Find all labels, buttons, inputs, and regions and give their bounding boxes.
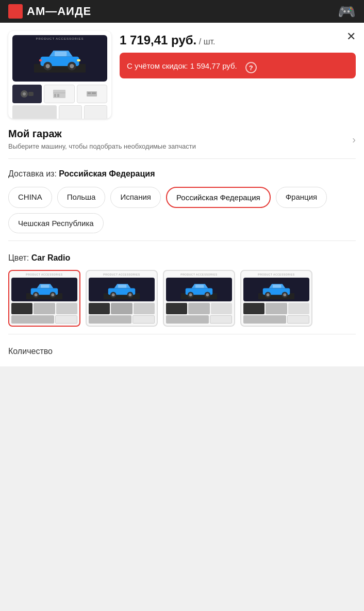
product-image-container: PRODUCT ACCESSORIES <box>8 31 111 119</box>
garage-subtitle: Выберите машину, чтобы подобрать необход… <box>8 142 196 151</box>
svg-rect-8 <box>39 59 42 61</box>
garage-title: Мой гараж <box>8 128 196 140</box>
thumb-sm-1 <box>59 105 82 119</box>
garage-section[interactable]: Мой гараж Выберите машину, чтобы подобра… <box>0 119 364 158</box>
svg-point-37 <box>189 293 192 296</box>
swatch-1[interactable]: PRODUCT ACCESSORIES <box>8 270 80 327</box>
swatch-1-inner: PRODUCT ACCESSORIES <box>9 271 79 326</box>
price-row: 1 719,41 руб. / шт. <box>120 33 356 47</box>
product-top: PRODUCT ACCESSORIES <box>0 23 364 119</box>
price-main: 1 719,41 руб. <box>120 33 196 47</box>
price-unit: / шт. <box>199 37 216 46</box>
product-image-label: PRODUCT ACCESSORIES <box>12 37 107 40</box>
chips-container: CHINA Польша Испания Российская Федераци… <box>8 187 356 233</box>
svg-point-32 <box>128 293 131 296</box>
quantity-label: Количество <box>8 347 356 356</box>
svg-rect-15 <box>57 94 59 97</box>
thumb-sm-2 <box>84 105 107 119</box>
delivery-selected-country: Российская Федерация <box>59 169 155 178</box>
thumb-3 <box>77 85 107 103</box>
header-right: 🎮 <box>338 3 356 20</box>
svg-rect-18 <box>92 92 96 94</box>
svg-point-46 <box>283 293 286 296</box>
chip-czech[interactable]: Чешская Республика <box>8 213 104 233</box>
price-discount-box: С учётом скидок: 1 594,77 руб. ? <box>120 53 356 78</box>
svg-point-4 <box>46 63 50 68</box>
svg-rect-35 <box>195 285 204 288</box>
chip-france[interactable]: Франция <box>276 187 327 208</box>
swatch-2-inner: PRODUCT ACCESSORIES <box>87 271 157 326</box>
garage-text: Мой гараж Выберите машину, чтобы подобра… <box>8 128 196 151</box>
color-selected: Car Radio <box>31 253 71 262</box>
color-label: Цвет: Car Radio <box>8 253 356 263</box>
swatch-3-main-img <box>166 278 232 301</box>
price-discount-text: С учётом скидок: 1 594,77 руб. <box>127 61 237 70</box>
swatch-2-label: PRODUCT ACCESSORIES <box>89 273 155 276</box>
swatch-2-thumbs <box>89 303 155 314</box>
quantity-section: Количество <box>0 334 364 366</box>
delivery-label: Доставка из: Российская Федерация <box>8 169 356 179</box>
svg-rect-11 <box>28 92 34 96</box>
chevron-right-icon: › <box>352 134 356 146</box>
header: АМ—АИДЕ 🎮 <box>0 0 364 23</box>
color-swatches: PRODUCT ACCESSORIES <box>8 270 356 327</box>
svg-point-6 <box>70 63 74 68</box>
delivery-section: Доставка из: Российская Федерация CHINA … <box>0 159 364 240</box>
product-thumbnails <box>12 85 107 103</box>
svg-point-39 <box>206 293 209 296</box>
swatch-4[interactable]: PRODUCT ACCESSORIES <box>240 270 312 327</box>
swatch-2-bottom <box>89 315 155 324</box>
chip-poland[interactable]: Польша <box>57 187 106 208</box>
product-card: PRODUCT ACCESSORIES <box>0 23 364 366</box>
swatch-3-label: PRODUCT ACCESSORIES <box>166 273 232 276</box>
chip-russia[interactable]: Российская Федерация <box>166 187 271 208</box>
gamepad-icon: 🎮 <box>338 4 356 20</box>
swatch-4-bottom <box>243 315 309 324</box>
thumb-2 <box>44 85 74 103</box>
info-icon[interactable]: ? <box>245 62 257 73</box>
thumb-wide <box>12 105 57 119</box>
svg-point-10 <box>23 92 26 95</box>
price-section: 1 719,41 руб. / шт. С учётом скидок: 1 5… <box>120 31 356 78</box>
svg-point-25 <box>51 293 54 296</box>
swatch-4-inner: PRODUCT ACCESSORIES <box>241 271 311 326</box>
swatch-1-thumbs <box>11 303 77 314</box>
logo: АМ—АИДЕ <box>8 4 91 19</box>
swatch-1-main-img <box>11 278 77 301</box>
svg-point-23 <box>35 293 38 296</box>
color-section: Цвет: Car Radio PRODUCT ACCESSORIES <box>0 241 364 334</box>
car-svg <box>34 44 86 73</box>
chip-spain[interactable]: Испания <box>110 187 161 208</box>
logo-text: АМ—АИДЕ <box>27 5 91 18</box>
close-button[interactable]: ✕ <box>346 31 356 42</box>
svg-rect-28 <box>118 285 126 288</box>
swatch-1-label: PRODUCT ACCESSORIES <box>11 273 77 276</box>
svg-rect-21 <box>41 285 49 288</box>
svg-point-44 <box>267 293 270 296</box>
swatch-3-thumbs <box>166 303 232 314</box>
svg-rect-2 <box>55 51 67 56</box>
chip-china[interactable]: CHINA <box>8 187 52 208</box>
svg-point-30 <box>112 293 115 296</box>
product-image-main: PRODUCT ACCESSORIES <box>12 35 107 82</box>
logo-red-square <box>8 4 23 19</box>
thumb-last-row <box>12 105 107 119</box>
swatch-4-label: PRODUCT ACCESSORIES <box>243 273 309 276</box>
swatch-3-bottom <box>166 315 232 324</box>
swatch-4-main-img <box>243 278 309 301</box>
swatch-2-main-img <box>89 278 155 301</box>
swatch-3-inner: PRODUCT ACCESSORIES <box>164 271 234 326</box>
swatch-2[interactable]: PRODUCT ACCESSORIES <box>86 270 158 327</box>
swatch-3[interactable]: PRODUCT ACCESSORIES <box>163 270 235 327</box>
svg-rect-17 <box>88 92 91 94</box>
svg-rect-42 <box>273 285 281 288</box>
swatch-1-bottom <box>11 315 77 324</box>
thumb-1 <box>12 85 42 103</box>
svg-rect-7 <box>77 59 80 61</box>
svg-rect-14 <box>54 94 56 97</box>
swatch-4-thumbs <box>243 303 309 314</box>
